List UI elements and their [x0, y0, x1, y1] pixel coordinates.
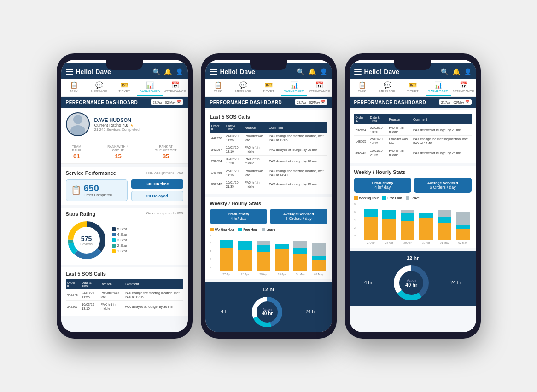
bar-working-28apr-2 [238, 250, 252, 271]
calendar-icon-1: 📅 [177, 100, 181, 104]
svg-point-1 [70, 125, 85, 135]
tab-task-2[interactable]: 📋 TASK [205, 79, 231, 96]
bar-stack-28apr-3 [382, 210, 396, 240]
calendar-icon-2: 📅 [321, 100, 325, 104]
bar-free-02may-2 [312, 256, 326, 260]
date-badge-2[interactable]: 27/Apr - 02/May 📅 [295, 99, 327, 105]
bar-free-29apr-2 [257, 245, 270, 252]
bar-label-28apr-3: 28 Apr [385, 242, 393, 244]
date-badge-1[interactable]: 27/Apr - 02/May 📅 [151, 99, 183, 105]
cell-orderid: 442278 [210, 133, 225, 144]
tab-ticket-label-2: TICKET [263, 90, 274, 93]
header-left-3: Hello! Dave [354, 68, 399, 75]
rank-within-value-1: 15 [115, 153, 121, 160]
tab-message-1[interactable]: 💬 MESSAGE [87, 79, 112, 96]
hamburger-icon-1[interactable] [66, 69, 73, 75]
nav-tabs-2: 📋 TASK 💬 MESSAGE 🎫 TICKET 📊 DASHBOARD 📅 [205, 79, 332, 97]
legend-label-3star-1: 3 Star [117, 238, 127, 242]
tab-dashboard-3[interactable]: 📊 DASHBOARD [426, 79, 451, 96]
sos-table-2: Order ID Date & Time Reason Comment 4422… [210, 122, 327, 190]
bell-icon-2[interactable]: 🔔 [308, 68, 316, 75]
date-badge-3[interactable]: 27/Apr - 02/May 📅 [439, 99, 472, 105]
tab-attendance-1[interactable]: 📅 ATTENDANCE [163, 79, 188, 96]
sos-col-orderid-2: Order ID [210, 122, 225, 133]
action-total-value-2: 12 hr [263, 287, 274, 292]
tab-ticket-3[interactable]: 🎫 TICKET [400, 79, 426, 96]
hamburger-icon-3[interactable] [354, 69, 362, 75]
bar-stack-27apr-3 [364, 209, 378, 240]
service-perf-section-1: Service Performance Total Assignment - 7… [61, 167, 188, 205]
calendar-icon-3: 📅 [465, 100, 469, 104]
tab-dashboard-2[interactable]: 📊 DASHBOARD [281, 79, 307, 96]
user-icon-2[interactable]: 👤 [320, 68, 327, 75]
cell-reason: PAX left in middle [244, 156, 268, 167]
tab-attendance-2[interactable]: 📅 ATTENDANCE [307, 79, 332, 96]
sos-header-row-1: Order ID Date & Time Reason Comment [66, 279, 183, 289]
search-icon-1[interactable]: 🔍 [152, 68, 160, 75]
search-icon-2[interactable]: 🔍 [297, 68, 304, 75]
tab-ticket-1[interactable]: 🎫 TICKET [112, 79, 137, 96]
bell-icon-3[interactable]: 🔔 [452, 68, 460, 75]
reviews-num-1: 575 [80, 235, 92, 242]
perf-buttons-1: 630 On time 20 Delayed [131, 179, 183, 201]
user-icon-1[interactable]: 👤 [175, 68, 183, 75]
user-icon-3[interactable]: 👤 [464, 68, 472, 75]
tab-task-3[interactable]: 📋 TASK [350, 79, 375, 96]
legend-5star-1: 5 Star [112, 227, 127, 231]
productivity-label-3: Productivity [357, 181, 409, 185]
weekly-section-2: Weekly / Hourly Stats Productivity 4 hr/… [205, 197, 332, 279]
message-icon-1: 💬 [95, 81, 103, 89]
chart-legend-3: Working Hour Free Hour Leave [354, 196, 472, 200]
stat-cards-2: Productivity 4 hr/ day Average Serviced … [210, 209, 327, 224]
ticket-icon-1: 🎫 [121, 81, 128, 89]
sos-section-2: Last 5 SOS Calls Order ID Date & Time Re… [205, 110, 332, 194]
service-perf-content-1: 📋 650 Order Completed 630 On time 20 Del… [66, 179, 183, 201]
legend-leave-label-2: Leave [267, 228, 275, 231]
delayed-btn-1[interactable]: 20 Delayed [131, 191, 183, 201]
on-time-btn-1[interactable]: 630 On time [131, 179, 183, 189]
tab-task-label-1: TASK [70, 90, 78, 93]
bar-stack-02may-3 [456, 212, 470, 240]
bar-working-29apr-2 [257, 252, 270, 271]
cell-orderid: 232654 [210, 156, 225, 167]
sos-col-orderid-1: Order ID [66, 279, 81, 289]
legend-label-4star-1: 4 Star [117, 232, 127, 236]
hamburger-icon-2[interactable] [210, 69, 217, 75]
legend-sq-working-2 [210, 228, 214, 231]
sos-section-3: Order ID Date & Time Reason Comment 2326… [350, 110, 476, 163]
cell-datetime: 02/02/2018:20 [368, 124, 387, 136]
sos-col-reason-1: Reason [99, 279, 123, 289]
tab-dashboard-1[interactable]: 📊 DASHBOARD [137, 79, 163, 96]
cell-comment: PAX change the meeting location, met PAX… [412, 136, 471, 147]
legend-working-label-3: Working Hour [359, 196, 379, 200]
attendance-icon-1: 📅 [171, 81, 179, 89]
sos-title-2: Last 5 SOS Calls [210, 114, 327, 120]
legend-sq-free-3 [382, 196, 386, 200]
bar-label-30apr-2: 30 Apr [278, 273, 286, 276]
tab-ticket-2[interactable]: 🎫 TICKET [256, 79, 281, 96]
service-perf-total-1: Total Assignment - 700 [146, 171, 183, 175]
tab-message-2[interactable]: 💬 MESSAGE [231, 79, 256, 96]
cell-reason: PAX left in middle [99, 300, 123, 312]
profile-rating-row-1: Current Rating 4.8 ★ [94, 123, 140, 127]
order-label-1: Order Completed [84, 193, 112, 197]
bar-working-02may-2 [312, 260, 326, 271]
chart-legend-2: Working Hour Free Hour Leave [210, 228, 327, 231]
action-center-2: Action 40 hr [262, 308, 273, 316]
tab-message-3[interactable]: 💬 MESSAGE [375, 79, 400, 96]
stars-section-1: Stars Rating Order completed - 650 [61, 208, 188, 265]
action-right-label-3: 24 hr [450, 280, 461, 285]
tab-task-1[interactable]: 📋 TASK [61, 79, 87, 96]
legend-sq-working-3 [354, 196, 358, 200]
weekly-section-3: Weekly / Hourly Stats Productivity 4 hr/… [350, 166, 476, 248]
dashboard-title-1: PERFORMANCE DASHBOARD [66, 100, 138, 105]
stars-header-1: Stars Rating Order completed - 650 [66, 211, 183, 217]
tab-attendance-3[interactable]: 📅 ATTENDANCE [451, 79, 476, 96]
search-icon-3[interactable]: 🔍 [441, 68, 449, 75]
y-axis-2: 86420 [210, 234, 211, 268]
legend-4star-1: 4 Star [112, 232, 127, 236]
sos-tbody-1: 442278 24/03/2011:55 Provider was late P… [66, 289, 183, 312]
bell-icon-1[interactable]: 🔔 [164, 68, 172, 75]
action-donut-row-2: 4 hr Action 40 hr [210, 296, 327, 328]
cell-reason: PAX left in middle [388, 147, 412, 159]
